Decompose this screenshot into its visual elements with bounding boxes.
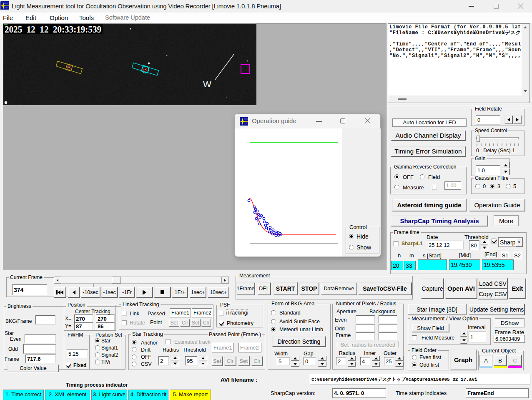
- svg-text:W: W: [203, 79, 211, 89]
- svg-text:2025 12 12 20:33:19:539: 2025 12 12 20:33:19:539: [5, 24, 101, 35]
